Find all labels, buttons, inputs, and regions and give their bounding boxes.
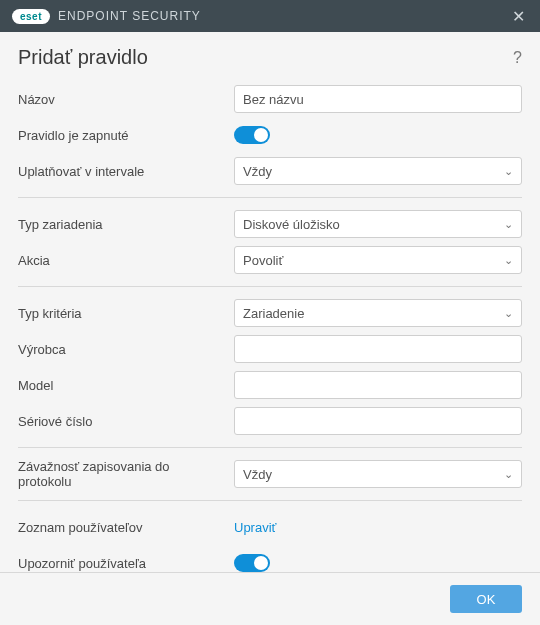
help-icon[interactable]: ? [513, 49, 522, 67]
action-value: Povoliť [243, 253, 283, 268]
log-severity-value: Vždy [243, 467, 272, 482]
divider [18, 447, 522, 448]
vendor-label: Výrobca [18, 342, 234, 357]
titlebar: eset ENDPOINT SECURITY ✕ [0, 0, 540, 32]
ok-button[interactable]: OK [450, 585, 522, 613]
vendor-input[interactable] [234, 335, 522, 363]
close-icon[interactable]: ✕ [506, 7, 530, 26]
log-severity-select[interactable]: Vždy ⌄ [234, 460, 522, 488]
chevron-down-icon: ⌄ [504, 165, 513, 178]
action-label: Akcia [18, 253, 234, 268]
device-type-select[interactable]: Diskové úložisko ⌄ [234, 210, 522, 238]
user-list-label: Zoznam používateľov [18, 520, 234, 535]
chevron-down-icon: ⌄ [504, 218, 513, 231]
interval-select[interactable]: Vždy ⌄ [234, 157, 522, 185]
page-title: Pridať pravidlo [18, 46, 148, 69]
chevron-down-icon: ⌄ [504, 254, 513, 267]
criteria-type-label: Typ kritéria [18, 306, 234, 321]
device-type-value: Diskové úložisko [243, 217, 340, 232]
content-area: Pridať pravidlo ? Názov Pravidlo je zapn… [0, 32, 540, 579]
enabled-toggle[interactable] [234, 126, 270, 144]
log-severity-label: Závažnosť zapisovania do protokolu [18, 459, 234, 489]
model-input[interactable] [234, 371, 522, 399]
action-select[interactable]: Povoliť ⌄ [234, 246, 522, 274]
chevron-down-icon: ⌄ [504, 307, 513, 320]
criteria-type-value: Zariadenie [243, 306, 304, 321]
name-label: Názov [18, 92, 234, 107]
serial-input[interactable] [234, 407, 522, 435]
device-type-label: Typ zariadenia [18, 217, 234, 232]
name-input[interactable] [234, 85, 522, 113]
user-list-edit-link[interactable]: Upraviť [234, 520, 276, 535]
product-name: ENDPOINT SECURITY [58, 9, 506, 23]
footer: OK [0, 572, 540, 625]
brand-logo: eset [12, 9, 50, 24]
criteria-type-select[interactable]: Zariadenie ⌄ [234, 299, 522, 327]
notify-user-label: Upozorniť používateľa [18, 556, 234, 571]
interval-label: Uplatňovať v intervale [18, 164, 234, 179]
model-label: Model [18, 378, 234, 393]
enabled-label: Pravidlo je zapnuté [18, 128, 234, 143]
serial-label: Sériové číslo [18, 414, 234, 429]
chevron-down-icon: ⌄ [504, 468, 513, 481]
divider [18, 197, 522, 198]
notify-user-toggle[interactable] [234, 554, 270, 572]
divider [18, 286, 522, 287]
interval-value: Vždy [243, 164, 272, 179]
divider [18, 500, 522, 501]
